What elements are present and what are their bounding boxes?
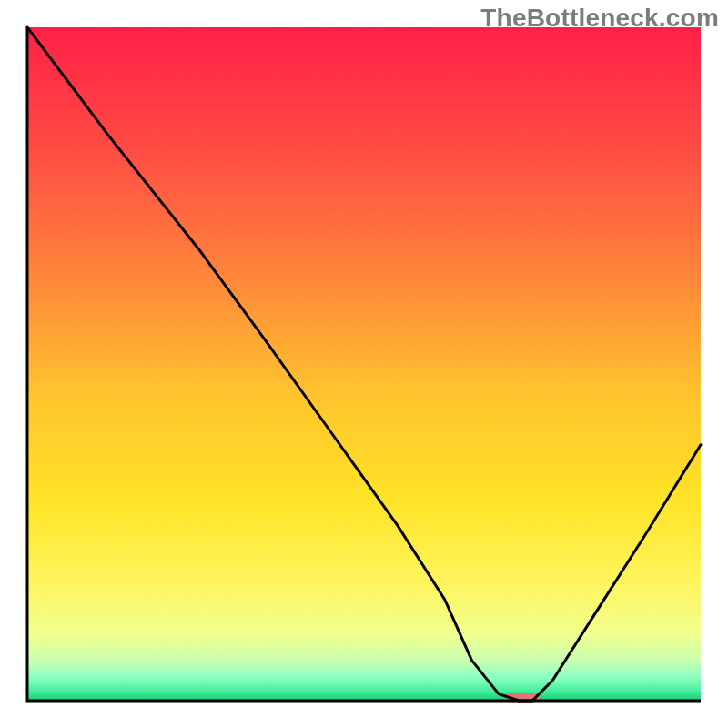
watermark-text: TheBottleneck.com [480, 4, 719, 33]
bottleneck-chart [0, 0, 728, 728]
chart-background [27, 27, 701, 701]
chart-container: TheBottleneck.com [0, 0, 728, 728]
